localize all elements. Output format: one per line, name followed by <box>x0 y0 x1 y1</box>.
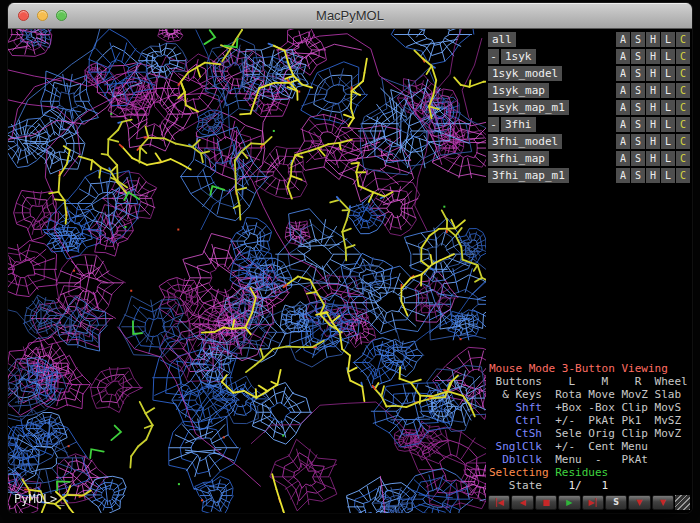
a-button-3fhi_map_m1[interactable]: A <box>616 168 630 183</box>
a-button-3fhi[interactable]: A <box>616 117 630 132</box>
group-collapse-toggle-1syk[interactable]: - <box>488 49 499 64</box>
go-to-start-button[interactable]: |◀ <box>488 495 510 510</box>
c-button-3fhi_map_m1[interactable]: C <box>676 168 690 183</box>
object-name-3fhi_model[interactable]: 3fhi_model <box>488 134 562 149</box>
a-button-3fhi_model[interactable]: A <box>616 134 630 149</box>
close-button[interactable] <box>18 10 29 21</box>
c-button-1syk_model[interactable]: C <box>676 66 690 81</box>
s-button-1syk_map[interactable]: S <box>631 83 645 98</box>
a-button-all[interactable]: A <box>616 32 630 47</box>
mouse-panel-line-6: SnglClk +/- Cent Menu <box>489 440 692 453</box>
l-button-3fhi_map_m1[interactable]: L <box>661 168 675 183</box>
object-row-1syk_model: 1syk_modelASHLC <box>488 66 690 81</box>
screen: MacPyMOL PyMOL>_ allASHLC-1sykASHLC1syk_… <box>0 0 700 523</box>
h-button-3fhi[interactable]: H <box>646 117 660 132</box>
c-button-1syk_map_m1[interactable]: C <box>676 100 690 115</box>
frame-forward-button[interactable]: ▼ <box>652 495 674 510</box>
mouse-panel-line-9[interactable]: State 1/ 1 <box>489 479 692 492</box>
h-button-3fhi_map_m1[interactable]: H <box>646 168 660 183</box>
go-to-end-button[interactable]: ▶| <box>582 495 604 510</box>
c-button-1syk[interactable]: C <box>676 49 690 64</box>
l-button-1syk_map_m1[interactable]: L <box>661 100 675 115</box>
mouse-mode-panel: Mouse Mode 3-Button Viewing Buttons L M … <box>489 362 692 492</box>
viewport-3d[interactable]: PyMOL>_ <box>8 29 486 513</box>
l-button-1syk_map[interactable]: L <box>661 83 675 98</box>
s-button-1syk_map_m1[interactable]: S <box>631 100 645 115</box>
a-button-3fhi_map[interactable]: A <box>616 151 630 166</box>
minimize-button[interactable] <box>37 10 48 21</box>
h-button-1syk_map[interactable]: H <box>646 83 660 98</box>
group-collapse-toggle-3fhi[interactable]: - <box>488 117 499 132</box>
object-name-3fhi_map[interactable]: 3fhi_map <box>488 151 549 166</box>
command-cursor: _ <box>57 492 64 506</box>
mouse-panel-line-3: Shft +Box -Box Clip MovS <box>489 401 692 414</box>
c-button-all[interactable]: C <box>676 32 690 47</box>
zoom-button[interactable] <box>56 10 67 21</box>
resize-grip[interactable] <box>675 495 690 510</box>
command-prompt: PyMOL> <box>14 492 57 506</box>
object-name-all[interactable]: all <box>488 32 516 47</box>
c-button-1syk_map[interactable]: C <box>676 83 690 98</box>
s-button-3fhi_model[interactable]: S <box>631 134 645 149</box>
l-button-all[interactable]: L <box>661 32 675 47</box>
object-row-3fhi_map_m1: 3fhi_map_m1ASHLC <box>488 168 690 183</box>
macpymol-window: MacPyMOL PyMOL>_ allASHLC-1sykASHLC1syk_… <box>8 3 692 513</box>
s-button-1syk_model[interactable]: S <box>631 66 645 81</box>
traffic-lights <box>18 3 67 28</box>
a-button-1syk_map_m1[interactable]: A <box>616 100 630 115</box>
s-button-all[interactable]: S <box>631 32 645 47</box>
object-row-1syk_map: 1syk_mapASHLC <box>488 83 690 98</box>
mouse-panel-line-0: Mouse Mode 3-Button Viewing <box>489 362 692 375</box>
frame-reverse-button[interactable]: ▼ <box>628 495 650 510</box>
s-button-3fhi_map[interactable]: S <box>631 151 645 166</box>
object-row-3fhi_model: 3fhi_modelASHLC <box>488 134 690 149</box>
object-row-3fhi_map: 3fhi_mapASHLC <box>488 151 690 166</box>
molecular-viewport-canvas[interactable] <box>8 29 486 513</box>
movie-controls: |◀◀■▶▶|S▼▼ <box>488 495 690 510</box>
l-button-1syk_model[interactable]: L <box>661 66 675 81</box>
titlebar[interactable]: MacPyMOL <box>8 3 692 29</box>
object-name-1syk[interactable]: 1syk <box>501 49 536 64</box>
c-button-3fhi_map[interactable]: C <box>676 151 690 166</box>
stop-button[interactable]: ■ <box>535 495 557 510</box>
command-line[interactable]: PyMOL>_ <box>14 492 65 506</box>
mouse-panel-line-4: Ctrl +/- PkAt Pk1 MvSZ <box>489 414 692 427</box>
c-button-3fhi_model[interactable]: C <box>676 134 690 149</box>
object-name-1syk_map[interactable]: 1syk_map <box>488 83 549 98</box>
h-button-1syk[interactable]: H <box>646 49 660 64</box>
l-button-3fhi[interactable]: L <box>661 117 675 132</box>
h-button-3fhi_model[interactable]: H <box>646 134 660 149</box>
step-backward-button[interactable]: ◀ <box>511 495 533 510</box>
object-row-all: allASHLC <box>488 32 690 47</box>
object-name-1syk_model[interactable]: 1syk_model <box>488 66 562 81</box>
s-button-1syk[interactable]: S <box>631 49 645 64</box>
s-button-3fhi_map_m1[interactable]: S <box>631 168 645 183</box>
l-button-1syk[interactable]: L <box>661 49 675 64</box>
h-button-3fhi_map[interactable]: H <box>646 151 660 166</box>
panel-spacer <box>486 185 692 362</box>
s-button-3fhi[interactable]: S <box>631 117 645 132</box>
object-name-3fhi[interactable]: 3fhi <box>501 117 536 132</box>
object-row-1syk: -1sykASHLC <box>488 49 690 64</box>
object-panel: allASHLC-1sykASHLC1syk_modelASHLC1syk_ma… <box>486 29 692 513</box>
a-button-1syk_map[interactable]: A <box>616 83 630 98</box>
window-title: MacPyMOL <box>316 8 384 23</box>
a-button-1syk_model[interactable]: A <box>616 66 630 81</box>
object-row-1syk_map_m1: 1syk_map_m1ASHLC <box>488 100 690 115</box>
a-button-1syk[interactable]: A <box>616 49 630 64</box>
mouse-panel-line-7: DblClk Menu - PkAt <box>489 453 692 466</box>
object-name-1syk_map_m1[interactable]: 1syk_map_m1 <box>488 100 569 115</box>
mouse-panel-line-5: CtSh Sele Orig Clip MovZ <box>489 427 692 440</box>
h-button-1syk_map_m1[interactable]: H <box>646 100 660 115</box>
mouse-panel-line-8[interactable]: Selecting Residues <box>489 466 692 479</box>
object-row-3fhi: -3fhiASHLC <box>488 117 690 132</box>
mouse-panel-line-2: & Keys Rota Move MovZ Slab <box>489 388 692 401</box>
l-button-3fhi_map[interactable]: L <box>661 151 675 166</box>
play-button[interactable]: ▶ <box>558 495 580 510</box>
object-name-3fhi_map_m1[interactable]: 3fhi_map_m1 <box>488 168 569 183</box>
h-button-all[interactable]: H <box>646 32 660 47</box>
h-button-1syk_model[interactable]: H <box>646 66 660 81</box>
scene-button[interactable]: S <box>605 495 627 510</box>
l-button-3fhi_model[interactable]: L <box>661 134 675 149</box>
c-button-3fhi[interactable]: C <box>676 117 690 132</box>
